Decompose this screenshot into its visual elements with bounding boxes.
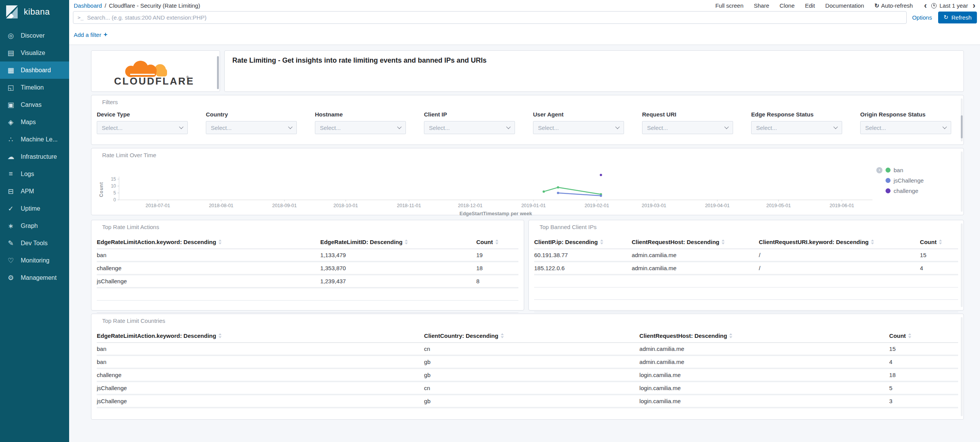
sort-icon[interactable]	[729, 333, 733, 338]
column-header[interactable]: ClientRequestURI.keyword: Descending	[759, 236, 920, 249]
sort-icon[interactable]	[939, 239, 942, 244]
line-chart[interactable]: 0510152018-07-012018-08-012018-09-012018…	[97, 159, 876, 218]
auto-refresh-button[interactable]: ↻Auto-refresh	[874, 2, 913, 9]
search-input[interactable]	[87, 14, 902, 21]
sort-icon[interactable]	[405, 239, 408, 244]
legend-item-challenge[interactable]: challenge	[886, 188, 959, 194]
column-header[interactable]: EdgeRateLimitAction.keyword: Descending	[97, 329, 424, 343]
sidebar-item-discover[interactable]: ◎Discover	[0, 27, 69, 44]
menu-item-clone[interactable]: Clone	[780, 2, 795, 9]
filter-select-request-uri[interactable]: Select...	[642, 121, 733, 134]
sidebar-item-infrastructure[interactable]: ☁Infrastructure	[0, 148, 69, 165]
sort-icon[interactable]	[219, 333, 222, 338]
legend-toggle-icon[interactable]: ›	[876, 167, 882, 173]
filter-select-origin-response-status[interactable]: Select...	[860, 121, 951, 134]
filter-select-device-type[interactable]: Select...	[97, 121, 188, 134]
column-header[interactable]: ClientIP.ip: Descending	[534, 236, 632, 249]
legend-item-ban[interactable]: ›ban	[876, 167, 959, 173]
sidebar-item-dashboard[interactable]: ▦Dashboard	[0, 61, 69, 79]
column-header[interactable]: Count	[920, 236, 958, 249]
kibana-logo[interactable]: kibana	[0, 0, 69, 24]
sidebar-item-maps[interactable]: ◈Maps	[0, 113, 69, 131]
filter-select-edge-response-status[interactable]: Select...	[751, 121, 842, 134]
refresh-button[interactable]: ↻ Refresh	[938, 12, 977, 23]
table-cell: admin.camilia.me	[639, 343, 889, 356]
chevron-down-icon	[615, 125, 619, 129]
time-range-picker[interactable]: Last 1 year	[931, 2, 968, 9]
menu-item-documentation[interactable]: Documentation	[825, 2, 864, 9]
svg-text:EdgeStartTimestamp per week: EdgeStartTimestamp per week	[459, 211, 532, 216]
top-rate-limit-countries-panel: Top Rate Limit Countries EdgeRateLimitAc…	[91, 314, 964, 420]
plus-icon[interactable]: +	[104, 31, 108, 38]
menu-item-full-screen[interactable]: Full screen	[715, 2, 743, 9]
refresh-icon: ↻	[944, 14, 949, 21]
panel-title: Top Banned Client IPs	[534, 220, 958, 230]
filter-select-hostname[interactable]: Select...	[315, 121, 406, 134]
sidebar-item-monitoring[interactable]: ♡Monitoring	[0, 252, 69, 269]
svg-text:2019-06-01: 2019-06-01	[829, 203, 854, 208]
sidebar-item-label: Machine Le...	[21, 136, 58, 143]
sidebar-item-logs[interactable]: ≡Logs	[0, 165, 69, 183]
sidebar-item-management[interactable]: ⚙Management	[0, 269, 69, 286]
select-placeholder: Select...	[429, 125, 450, 131]
sidebar-item-graph[interactable]: ∗Graph	[0, 217, 69, 234]
legend-label: challenge	[894, 188, 918, 194]
sort-icon[interactable]	[908, 333, 912, 338]
table-row: challengegblogin.camilia.me18	[97, 369, 958, 382]
panel-scrollbar[interactable]	[961, 115, 963, 138]
dashboard-description: Rate Limiting - Get insights into rate l…	[232, 56, 956, 65]
sidebar-item-canvas[interactable]: ▣Canvas	[0, 96, 69, 113]
filter-controls: Device TypeSelect...CountrySelect...Host…	[97, 111, 958, 134]
table-row: jsChallengecnlogin.camilia.me5	[97, 382, 958, 395]
filter-select-client-ip[interactable]: Select...	[424, 121, 515, 134]
svg-text:2019-05-01: 2019-05-01	[766, 203, 791, 208]
menu-item-share[interactable]: Share	[754, 2, 769, 9]
sort-icon[interactable]	[871, 239, 874, 244]
column-header[interactable]: ClientRequestHost: Descending	[639, 329, 889, 343]
chevron-down-icon	[506, 125, 510, 129]
legend-item-jsChallenge[interactable]: jsChallenge	[886, 177, 959, 184]
column-header[interactable]: ClientRequestHost: Descending	[632, 236, 759, 249]
svg-text:2019-03-01: 2019-03-01	[642, 203, 666, 208]
add-filter-link[interactable]: Add a filter	[74, 32, 101, 38]
select-placeholder: Select...	[756, 125, 777, 131]
table-cell: 5	[889, 382, 958, 395]
chart-legend: ›banjsChallengechallenge	[876, 159, 959, 218]
legend-color-dot	[886, 168, 891, 173]
sidebar-item-dev-tools[interactable]: ✎Dev Tools	[0, 234, 69, 252]
sort-icon[interactable]	[722, 239, 725, 244]
sort-icon[interactable]	[501, 333, 504, 338]
column-header[interactable]: ClientCountry: Descending	[424, 329, 639, 343]
sort-icon[interactable]	[600, 239, 604, 244]
sort-icon[interactable]	[219, 239, 222, 244]
select-placeholder: Select...	[102, 125, 122, 131]
sidebar-item-visualize[interactable]: ▤Visualize	[0, 44, 69, 61]
sort-icon[interactable]	[495, 239, 499, 244]
menu-item-edit[interactable]: Edit	[805, 2, 815, 9]
legend-label: ban	[894, 167, 903, 173]
column-header[interactable]: Count	[889, 329, 958, 343]
top-navigation-bar: Dashboard / Cloudflare - Security (Rate …	[69, 0, 980, 10]
table-cell: admin.camilia.me	[632, 262, 759, 275]
sidebar-item-label: Uptime	[21, 205, 40, 212]
sidebar-item-label: Timelion	[21, 84, 44, 91]
time-forward-button[interactable]: ›	[972, 2, 976, 10]
filter-select-country[interactable]: Select...	[206, 121, 297, 134]
search-box[interactable]: >_	[73, 11, 907, 24]
filter-select-user-agent[interactable]: Select...	[533, 121, 624, 134]
column-header[interactable]: Count	[476, 236, 518, 249]
sidebar-item-apm[interactable]: ⊟APM	[0, 183, 69, 200]
table-cell: cn	[424, 382, 639, 395]
options-link[interactable]: Options	[912, 14, 932, 21]
breadcrumb-dashboard-link[interactable]: Dashboard	[74, 2, 102, 9]
sidebar-item-uptime[interactable]: ✓Uptime	[0, 200, 69, 217]
top-banned-client-ips-table: ClientIP.ip: DescendingClientRequestHost…	[534, 236, 958, 312]
sidebar-item-timelion[interactable]: ◱Timelion	[0, 79, 69, 96]
sidebar-item-machine-learning[interactable]: ∴Machine Le...	[0, 131, 69, 148]
column-header[interactable]: EdgeRateLimitAction.keyword: Descending	[97, 236, 320, 249]
panel-scrollbar[interactable]	[217, 56, 219, 89]
column-header[interactable]: EdgeRateLimitID: Descending	[320, 236, 476, 249]
table-cell: /	[759, 249, 920, 262]
panel-scrollbar-track	[961, 317, 963, 416]
time-back-button[interactable]: ‹	[923, 2, 927, 10]
